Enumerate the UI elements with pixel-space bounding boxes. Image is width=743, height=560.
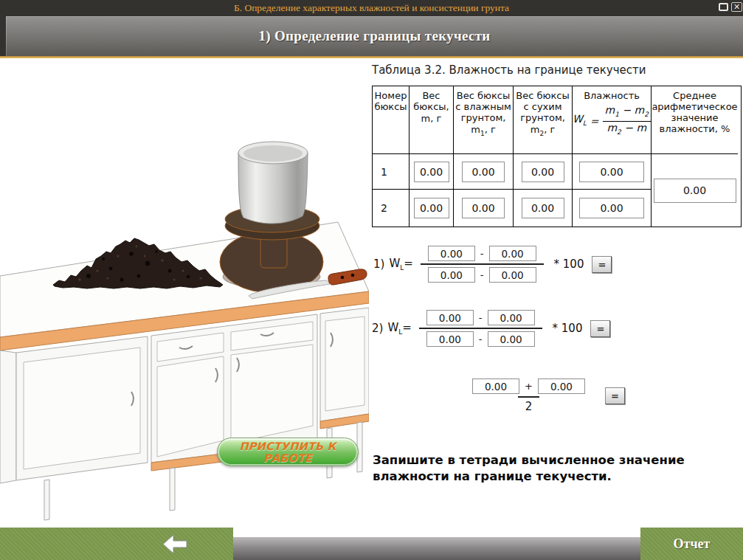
col-header-wet-mass: Вес бюксы с влажным грунтом, m1, г (454, 86, 514, 154)
cone-device-icon (220, 142, 323, 293)
input-m-row1[interactable]: 0.00 (414, 162, 449, 182)
row2-number: 2 (373, 190, 409, 227)
calc1-denominator-1[interactable]: 0.00 (428, 267, 475, 283)
window-controls: ✕ (719, 2, 742, 12)
calc-row-1: 1) WL= 0.00 - 0.00 0.00 - 0.00 * 100 = (373, 243, 612, 285)
equals-button-1[interactable]: = (592, 256, 612, 273)
col-header-dry-mass: Вес бюксы с сухим грунтом, m2, г (514, 86, 573, 154)
col-header-mass: Вес бюксы, m, г (409, 86, 454, 154)
footer-left-panel (0, 528, 233, 560)
back-arrow-button[interactable] (162, 534, 187, 554)
input-m1-row2[interactable]: 0.00 (462, 198, 505, 218)
title-bar: Б. Определение характерных влажностей и … (0, 0, 743, 56)
equals-button-2[interactable]: = (590, 320, 610, 337)
restore-icon[interactable] (719, 3, 728, 11)
col-header-number: Номер бюксы (373, 86, 409, 154)
step-header: 1) Определение границы текучести (6, 16, 743, 56)
calc2-numerator-2[interactable]: 0.00 (488, 310, 535, 325)
input-m-row2[interactable]: 0.00 (414, 198, 449, 218)
calc1-numerator-2[interactable]: 0.00 (489, 246, 536, 261)
input-average[interactable]: 0.00 (654, 179, 736, 203)
app-window: Б. Определение характерных влажностей и … (0, 0, 743, 560)
calc2-denominator-1[interactable]: 0.00 (426, 331, 474, 347)
moisture-table: Номер бюксы Вес бюксы, m, г Вес бюксы с … (372, 86, 742, 227)
average-calc: 0.00 + 0.00 2 = (460, 376, 625, 415)
app-title: Б. Определение характерных влажностей и … (0, 0, 743, 16)
equals-button-average[interactable]: = (605, 387, 625, 404)
input-m1-row1[interactable]: 0.00 (462, 162, 505, 182)
avg-denominator: 2 (525, 400, 533, 413)
input-w-row2[interactable]: 0.00 (579, 198, 644, 218)
start-work-button[interactable]: ПРИСТУПИТЬ К РАБОТЕ (217, 438, 359, 466)
calc1-denominator-2[interactable]: 0.00 (489, 267, 536, 283)
input-m2-row2[interactable]: 0.00 (522, 198, 564, 218)
row1-number: 1 (373, 154, 409, 190)
instruction-text: Запишите в тетради вычисленное значение … (373, 452, 697, 485)
avg-value-1[interactable]: 0.00 (472, 378, 519, 394)
report-button[interactable]: Отчет (640, 528, 743, 560)
calc2-numerator-1[interactable]: 0.00 (426, 310, 474, 325)
footer-progress-bar (233, 537, 640, 560)
input-w-row1[interactable]: 0.00 (579, 162, 644, 182)
col-header-average: Среднее арифметическое значение влажност… (652, 86, 738, 154)
input-m2-row1[interactable]: 0.00 (522, 162, 564, 182)
calc2-denominator-2[interactable]: 0.00 (488, 331, 535, 347)
step-title: 1) Определение границы текучести (258, 28, 490, 44)
col-header-moisture-formula: Влажность WL = m1 − m2 m2 − m (573, 86, 652, 154)
moisture-formula: WL = m1 − m2 m2 − m (573, 105, 651, 138)
avg-value-2[interactable]: 0.00 (538, 378, 585, 394)
close-icon[interactable]: ✕ (731, 2, 742, 12)
calc1-numerator-1[interactable]: 0.00 (428, 246, 475, 261)
table-title: Таблица 3.2. Влажность на границе текуче… (372, 63, 646, 77)
calc-row-2: 2) WL= 0.00 - 0.00 0.00 - 0.00 * 100 = (372, 308, 610, 349)
